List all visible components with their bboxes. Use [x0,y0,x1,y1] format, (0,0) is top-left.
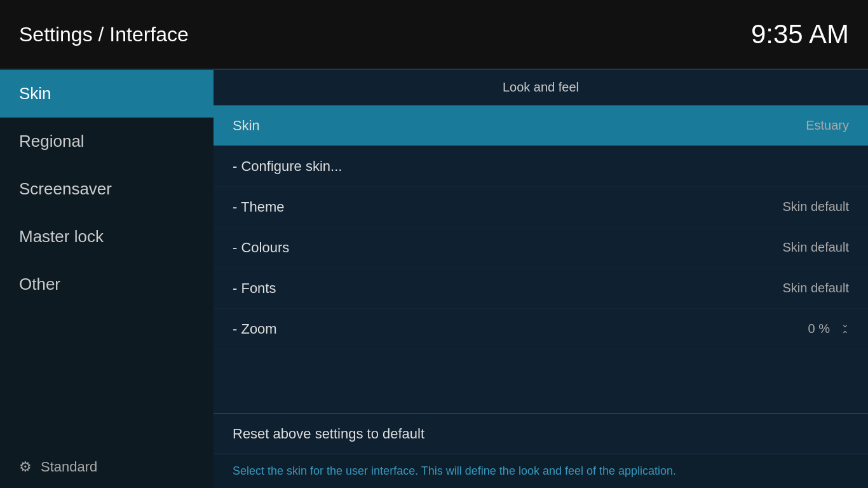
sidebar-item-screensaver[interactable]: Screensaver [0,165,214,213]
sidebar-item-other[interactable]: Other [0,261,214,308]
zoom-down-icon[interactable]: ⌄ [841,319,849,329]
row-colours-label: - Colours [233,240,289,256]
sidebar-item-skin[interactable]: Skin [0,70,214,118]
settings-level-label: Standard [41,459,97,475]
row-skin[interactable]: Skin Estuary [214,105,868,146]
reset-label: Reset above settings to default [233,426,424,442]
sidebar: Skin Regional Screensaver Master lock Ot… [0,70,214,488]
page-title: Settings / Interface [19,23,189,46]
row-colours-value: Skin default [782,240,849,255]
row-configure-skin[interactable]: - Configure skin... [214,146,868,187]
sidebar-item-master-lock[interactable]: Master lock [0,213,214,261]
gear-icon: ⚙ [19,459,32,475]
row-skin-label: Skin [233,118,260,134]
row-fonts-label: - Fonts [233,280,276,297]
zoom-display: 0 % [808,322,830,336]
clock: 9:35 AM [751,19,849,50]
status-bar: Select the skin for the user interface. … [214,454,868,488]
zoom-up-icon[interactable]: ⌃ [841,329,849,339]
row-fonts-value: Skin default [782,281,849,295]
row-configure-skin-label: - Configure skin... [233,158,342,175]
settings-level[interactable]: ⚙ Standard [0,446,214,488]
sidebar-item-regional[interactable]: Regional [0,118,214,165]
settings-rows: Skin Estuary - Configure skin... - Theme… [214,105,868,413]
reset-row[interactable]: Reset above settings to default [214,413,868,454]
status-text: Select the skin for the user interface. … [233,464,676,477]
row-zoom-value: 0 % ⌄ ⌃ [808,319,849,339]
row-theme-label: - Theme [233,199,285,215]
row-theme-value: Skin default [782,200,849,214]
content-area: Look and feel Skin Estuary - Configure s… [214,70,868,488]
zoom-stepper[interactable]: ⌄ ⌃ [841,319,849,339]
section-header: Look and feel [214,70,868,105]
row-fonts[interactable]: - Fonts Skin default [214,268,868,309]
main-layout: Skin Regional Screensaver Master lock Ot… [0,70,868,488]
row-zoom[interactable]: - Zoom 0 % ⌄ ⌃ [214,309,868,349]
row-colours[interactable]: - Colours Skin default [214,227,868,268]
row-zoom-label: - Zoom [233,321,277,337]
header: Settings / Interface 9:35 AM [0,0,868,70]
row-skin-value: Estuary [806,118,849,133]
row-theme[interactable]: - Theme Skin default [214,187,868,227]
